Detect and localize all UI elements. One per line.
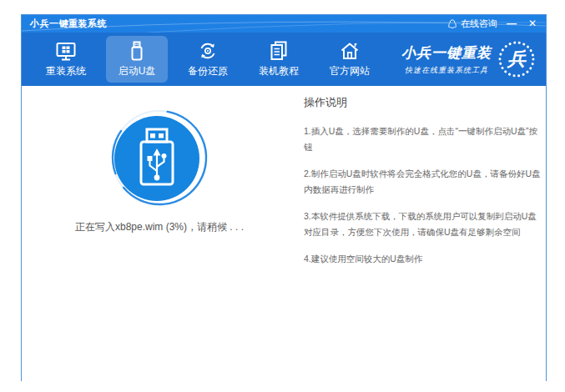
brand-logo: 小兵一键重装 快速在线重装系统工具 兵 <box>401 40 537 78</box>
instruction-step: 1.插入U盘，选择需要制作的U盘，点击“一键制作启动U盘”按钮 <box>304 123 541 155</box>
tutorial-icon <box>268 40 290 62</box>
brand-name: 小兵一键重装 <box>401 43 492 63</box>
home-icon <box>339 40 361 62</box>
instructions-panel: 操作说明 1.插入U盘，选择需要制作的U盘，点击“一键制作启动U盘”按钮 2.制… <box>297 86 546 382</box>
nav-item-official-website[interactable]: 官方网站 <box>319 36 381 83</box>
usb-write-spinner <box>110 108 209 207</box>
instruction-step: 4.建议使用空间较大的U盘制作 <box>304 251 541 267</box>
content-area: 正在写入xb8pe.wim (3%)，请稍候 . . . 操作说明 1.插入U盘… <box>22 86 546 382</box>
backup-restore-icon <box>197 40 219 62</box>
nav-item-boot-usb[interactable]: 启动U盘 <box>106 36 168 83</box>
nav-item-backup-restore[interactable]: 备份还原 <box>177 36 239 83</box>
online-consult-label: 在线咨询 <box>461 18 497 30</box>
brand-badge: 兵 <box>497 40 536 78</box>
nav-label: 官方网站 <box>330 64 370 78</box>
app-window: 小兵一键重装系统 在线咨询 — ✕ 重装系统 <box>21 14 547 381</box>
nav-label: 备份还原 <box>188 64 228 78</box>
monitor-icon <box>55 40 77 62</box>
online-consult-link[interactable]: 在线咨询 <box>447 18 497 30</box>
nav-label: 启动U盘 <box>119 64 156 78</box>
window-title: 小兵一键重装系统 <box>22 18 107 30</box>
instruction-step: 2.制作启动U盘时软件将会完全格式化您的U盘，请备份好U盘内数据再进行制作 <box>304 166 541 198</box>
write-progress-status: 正在写入xb8pe.wim (3%)，请稍候 . . . <box>75 220 244 234</box>
nav-label: 装机教程 <box>259 64 299 78</box>
instructions-title: 操作说明 <box>304 95 541 110</box>
main-nav: 重装系统 启动U盘 备份还原 <box>22 33 546 86</box>
titlebar: 小兵一键重装系统 在线咨询 — ✕ <box>22 15 546 33</box>
close-button[interactable]: ✕ <box>526 15 539 33</box>
nav-item-tutorial[interactable]: 装机教程 <box>248 36 310 83</box>
usb-progress-pane: 正在写入xb8pe.wim (3%)，请稍候 . . . <box>22 86 297 382</box>
brand-tagline: 快速在线重装系统工具 <box>401 65 492 76</box>
nav-item-reinstall-system[interactable]: 重装系统 <box>35 36 97 83</box>
qq-penguin-icon <box>447 19 457 29</box>
usb-icon <box>126 40 148 62</box>
nav-label: 重装系统 <box>46 64 86 78</box>
brand-badge-char: 兵 <box>497 40 536 78</box>
minimize-button[interactable]: — <box>505 15 518 33</box>
instruction-step: 3.本软件提供系统下载，下载的系统用户可以复制到启动U盘对应目录，方便您下次使用… <box>304 209 541 240</box>
